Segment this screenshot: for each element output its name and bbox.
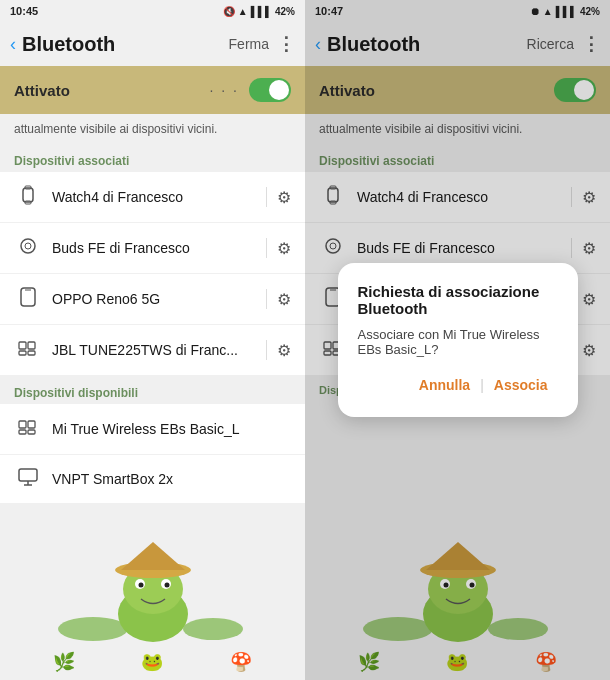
status-icons-1: 🔇 ▲ ▌▌▌ 42% — [223, 6, 295, 17]
svg-rect-10 — [28, 351, 35, 355]
device-name-watch4-1: Watch4 di Francesco — [52, 189, 256, 205]
device-item-oppo-1[interactable]: OPPO Reno6 5G ⚙ — [0, 274, 305, 325]
device-item-buds-1[interactable]: Buds FE di Francesco ⚙ — [0, 223, 305, 274]
svg-rect-12 — [28, 421, 35, 428]
svg-point-20 — [118, 586, 188, 642]
phone-icon-1 — [14, 287, 42, 311]
time-1: 10:45 — [10, 5, 38, 17]
header-1: ‹ Bluetooth Ferma ⋮ — [0, 22, 305, 66]
svg-rect-13 — [19, 430, 26, 434]
speaker-icon-mi-1 — [14, 417, 42, 441]
associated-device-list-1: Watch4 di Francesco ⚙ Buds FE di Frances… — [0, 172, 305, 376]
bluetooth-toggle-1[interactable] — [249, 78, 291, 102]
settings-icon-watch4-1[interactable]: ⚙ — [277, 188, 291, 207]
tv-icon-1 — [14, 468, 42, 490]
divider-2 — [266, 238, 267, 258]
svg-point-27 — [164, 583, 169, 588]
svg-point-21 — [123, 564, 183, 614]
available-device-list-1: Mi True Wireless EBs Basic_L VNPT SmartB… — [0, 404, 305, 504]
svg-point-4 — [25, 243, 31, 249]
speaker-icon-1 — [14, 338, 42, 362]
panel-2: 10:47 ⏺ ▲ ▌▌▌ 42% ‹ Bluetooth Ricerca ⋮ … — [305, 0, 610, 680]
svg-point-24 — [135, 579, 145, 589]
bottom-icon-leaf-1: 🌿 — [53, 651, 75, 673]
settings-icon-buds-1[interactable]: ⚙ — [277, 239, 291, 258]
panel-1: 10:45 🔇 ▲ ▌▌▌ 42% ‹ Bluetooth Ferma ⋮ At… — [0, 0, 305, 680]
device-item-jbl-1[interactable]: JBL TUNE225TWS di Franc... ⚙ — [0, 325, 305, 376]
svg-rect-8 — [28, 342, 35, 349]
action-button-1[interactable]: Ferma — [229, 36, 269, 52]
dialog-actions: Annulla | Associa — [358, 373, 558, 397]
settings-icon-oppo-1[interactable]: ⚙ — [277, 290, 291, 309]
svg-rect-9 — [19, 351, 26, 355]
svg-point-3 — [21, 239, 35, 253]
svg-rect-5 — [21, 288, 35, 306]
divider-1 — [266, 187, 267, 207]
mute-icon: 🔇 — [223, 6, 235, 17]
device-name-jbl-1: JBL TUNE225TWS di Franc... — [52, 342, 256, 358]
device-item-watch4-1[interactable]: Watch4 di Francesco ⚙ — [0, 172, 305, 223]
status-bar-1: 10:45 🔇 ▲ ▌▌▌ 42% — [0, 0, 305, 22]
dialog-confirm-button[interactable]: Associa — [484, 373, 558, 397]
device-name-mi-1: Mi True Wireless EBs Basic_L — [52, 421, 291, 437]
divider-4 — [266, 340, 267, 360]
watch-icon-1 — [14, 185, 42, 209]
bluetooth-pairing-dialog: Richiesta di associazione Bluetooth Asso… — [338, 263, 578, 417]
active-section-1: Attivato · · · — [0, 66, 305, 114]
bottom-icon-frog-1: 🐸 — [141, 651, 163, 673]
svg-rect-11 — [19, 421, 26, 428]
svg-rect-15 — [19, 469, 37, 481]
svg-point-19 — [183, 618, 243, 640]
svg-point-22 — [115, 562, 191, 578]
svg-point-26 — [138, 583, 143, 588]
signal-icon: ▌▌▌ — [251, 6, 272, 17]
svg-rect-7 — [19, 342, 26, 349]
active-icons-1: · · · — [210, 78, 291, 102]
device-item-mi-1[interactable]: Mi True Wireless EBs Basic_L — [0, 404, 305, 455]
scanning-dots-1: · · · — [210, 82, 239, 98]
divider-3 — [266, 289, 267, 309]
dialog-overlay: Richiesta di associazione Bluetooth Asso… — [305, 0, 610, 680]
back-button-1[interactable]: ‹ — [10, 34, 16, 55]
device-name-vnpt-1: VNPT SmartBox 2x — [52, 471, 291, 487]
associated-section-header-1: Dispositivi associati — [0, 144, 305, 172]
dialog-body: Associare con Mi True Wireless EBs Basic… — [358, 327, 558, 357]
dialog-cancel-button[interactable]: Annulla — [409, 373, 480, 397]
more-menu-1[interactable]: ⋮ — [277, 33, 295, 55]
battery-1: 42% — [275, 6, 295, 17]
frog-decoration-1 — [0, 524, 305, 644]
device-name-oppo-1: OPPO Reno6 5G — [52, 291, 256, 307]
active-label-1: Attivato — [14, 82, 70, 99]
page-title-1: Bluetooth — [22, 33, 229, 56]
svg-point-18 — [58, 617, 128, 641]
svg-marker-23 — [121, 542, 185, 570]
svg-rect-0 — [23, 188, 33, 202]
svg-rect-14 — [28, 430, 35, 434]
dialog-title: Richiesta di associazione Bluetooth — [358, 283, 558, 317]
bottom-icon-mushroom-1: 🍄 — [230, 651, 252, 673]
device-name-buds-1: Buds FE di Francesco — [52, 240, 256, 256]
bottom-bar-1: 🌿 🐸 🍄 — [0, 644, 305, 680]
wifi-icon: ▲ — [238, 6, 248, 17]
available-section-header-1: Dispositivi disponibili — [0, 376, 305, 404]
settings-icon-jbl-1[interactable]: ⚙ — [277, 341, 291, 360]
buds-icon-1 — [14, 236, 42, 260]
svg-point-25 — [161, 579, 171, 589]
subtitle-1: attualmente visibile ai dispositivi vici… — [0, 114, 305, 144]
device-item-vnpt-1[interactable]: VNPT SmartBox 2x — [0, 455, 305, 504]
